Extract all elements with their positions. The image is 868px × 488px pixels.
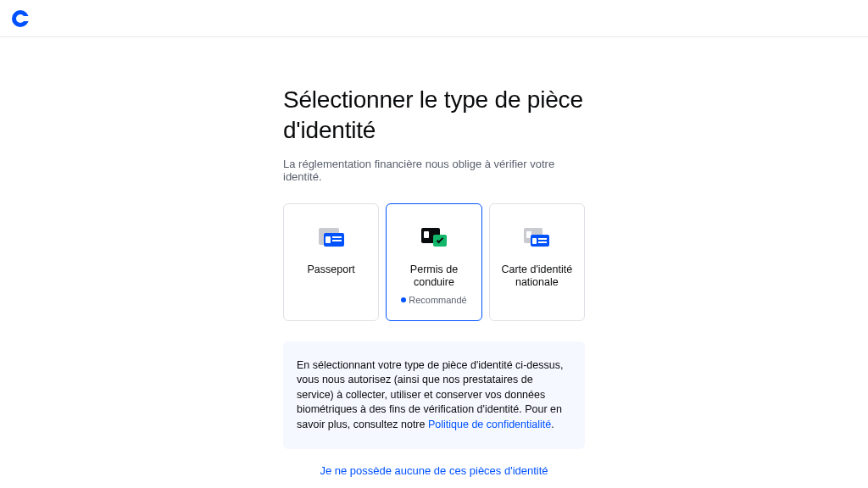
- badge-text: Recommandé: [409, 295, 466, 305]
- option-passport[interactable]: Passeport: [283, 203, 379, 321]
- option-label: Carte d'identité nationale: [497, 263, 577, 290]
- id-type-options: Passeport Permis de conduire Recommandé: [283, 203, 585, 321]
- page-subtitle: La réglementation financière nous oblige…: [283, 158, 585, 183]
- header: [0, 0, 868, 37]
- option-national-id[interactable]: Carte d'identité nationale: [489, 203, 585, 321]
- dot-icon: [401, 297, 406, 302]
- main-content: Sélectionner le type de pièce d'identité…: [256, 37, 612, 488]
- brand-logo-icon: [12, 10, 29, 27]
- option-label: Permis de conduire: [393, 263, 474, 290]
- recommended-badge: Recommandé: [401, 295, 466, 305]
- option-drivers-license[interactable]: Permis de conduire Recommandé: [386, 203, 481, 321]
- drivers-license-icon: [421, 223, 447, 252]
- consent-notice: En sélectionnant votre type de pièce d'i…: [283, 341, 585, 450]
- page-title: Sélectionner le type de pièce d'identité: [283, 85, 585, 146]
- privacy-policy-link[interactable]: Politique de confidentialité: [428, 419, 551, 430]
- no-id-link[interactable]: Je ne possède aucune de ces pièces d'ide…: [283, 464, 585, 477]
- passport-icon: [319, 223, 344, 252]
- notice-suffix: .: [551, 419, 554, 430]
- option-label: Passeport: [308, 263, 355, 277]
- national-id-icon: [524, 223, 549, 252]
